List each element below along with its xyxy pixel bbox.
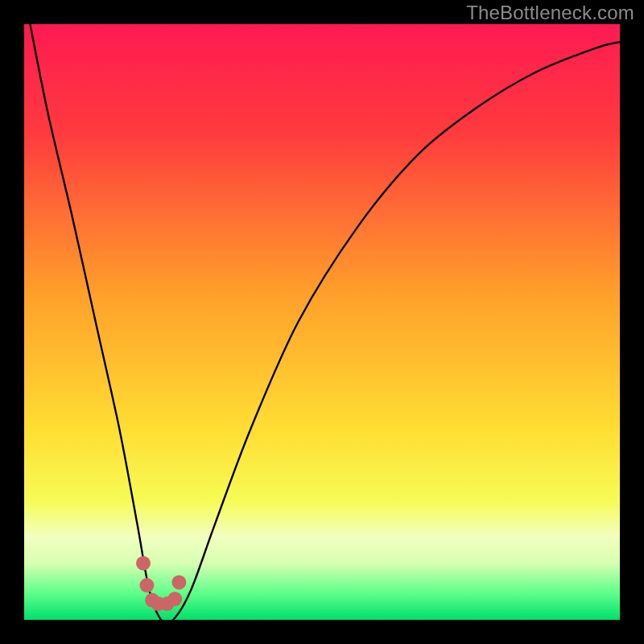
curve-layer (24, 24, 620, 620)
chart-frame: TheBottleneck.com (0, 0, 644, 644)
bottleneck-curve (30, 24, 620, 620)
highlight-point (171, 575, 186, 589)
highlight-point (136, 556, 151, 571)
watermark-text: TheBottleneck.com (466, 2, 634, 24)
plot-area (24, 24, 620, 620)
highlight-point (139, 578, 154, 592)
highlight-point (167, 592, 182, 606)
highlight-markers (136, 556, 186, 611)
